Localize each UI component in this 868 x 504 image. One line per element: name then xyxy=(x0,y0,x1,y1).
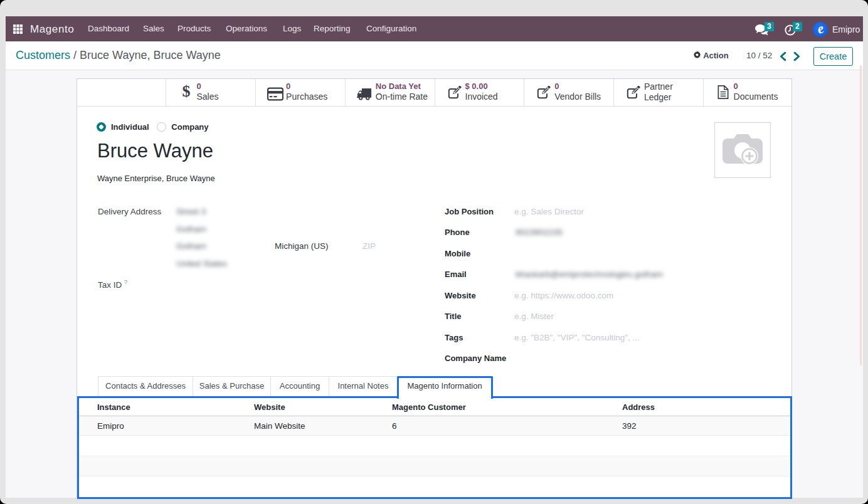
svg-text:e: e xyxy=(815,22,826,37)
